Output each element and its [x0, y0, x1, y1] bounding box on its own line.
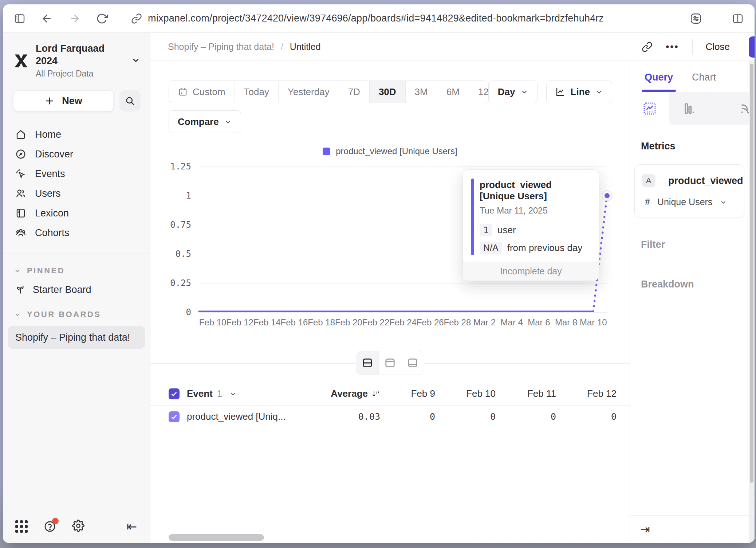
- tooltip-delta: N/A: [480, 242, 502, 254]
- close-button[interactable]: Close: [706, 41, 730, 52]
- date-column-header[interactable]: Feb 11: [508, 388, 568, 399]
- reload-icon[interactable]: [96, 13, 108, 24]
- forward-icon: [68, 12, 81, 25]
- chart-legend[interactable]: product_viewed [Unique Users]: [150, 146, 630, 156]
- tab-chart[interactable]: Chart: [692, 72, 716, 92]
- legend-swatch: [323, 148, 330, 155]
- row-value-cell: 0: [387, 411, 448, 422]
- data-point-marker[interactable]: [602, 191, 612, 200]
- x-tick-label: Feb 28: [444, 317, 471, 328]
- range-yesterday[interactable]: Yesterday: [279, 81, 339, 103]
- sidebar-item-users[interactable]: Users: [3, 184, 150, 203]
- average-column-header[interactable]: Average: [331, 388, 368, 399]
- range-30d[interactable]: 30D: [370, 81, 406, 103]
- project-switcher[interactable]: Lord Farquaad 2024 All Project Data: [13, 43, 141, 79]
- compare-dropdown[interactable]: Compare: [169, 110, 241, 133]
- mixpanel-logo-icon: [13, 53, 29, 69]
- range-today[interactable]: Today: [235, 81, 279, 103]
- select-all-checkbox[interactable]: [169, 388, 180, 399]
- range-6m[interactable]: 6M: [437, 81, 469, 103]
- chevron-down-icon[interactable]: [229, 390, 237, 398]
- sidebar-item-events[interactable]: Events: [3, 164, 150, 184]
- event-column-header[interactable]: Event: [187, 388, 213, 399]
- x-tick-label: Feb 22: [362, 317, 390, 328]
- filter-section-title[interactable]: Filter: [641, 239, 749, 250]
- chevron-down-icon: [720, 199, 727, 206]
- range-7d[interactable]: 7D: [339, 81, 370, 103]
- x-tick-label: Feb 24: [389, 317, 417, 328]
- chart-type-dropdown[interactable]: Line: [546, 81, 612, 103]
- collapse-sidebar-icon[interactable]: ⇤: [127, 519, 137, 534]
- metric-card[interactable]: A product_viewed # Unique Users: [634, 164, 744, 218]
- chevron-down-icon: [520, 88, 528, 96]
- sidebar-item-cohorts[interactable]: Cohorts: [3, 223, 150, 243]
- horizontal-scrollbar[interactable]: [169, 534, 264, 541]
- event-count: 1: [217, 388, 222, 399]
- table-row[interactable]: product_viewed [Uniq... 0.03 0000: [150, 406, 630, 428]
- date-column-header[interactable]: Feb 10: [448, 388, 508, 399]
- layout-toggle-row: [150, 351, 630, 376]
- your-boards-section-header[interactable]: YOUR BOARDS: [3, 306, 150, 323]
- sidebar-item-label: Cohorts: [35, 227, 70, 239]
- range-label: 3M: [415, 86, 428, 98]
- layout-chart-only-button[interactable]: [379, 351, 401, 375]
- apps-grid-icon[interactable]: [15, 520, 28, 533]
- search-button[interactable]: [119, 90, 141, 111]
- sidebar-item-lexicon[interactable]: Lexicon: [3, 203, 150, 223]
- bar-chart-icon: [682, 101, 696, 116]
- row-average-value: 0.03: [358, 411, 380, 422]
- tab-query[interactable]: Query: [645, 72, 673, 92]
- metric-slot-badge: A: [642, 174, 655, 187]
- sidebar-item-discover[interactable]: Discover: [3, 144, 150, 164]
- range-custom[interactable]: Custom: [169, 81, 235, 103]
- date-column-header[interactable]: Feb 9: [387, 388, 448, 399]
- insights-chart-tab[interactable]: [630, 92, 669, 125]
- flows-chart-tab[interactable]: [709, 92, 749, 125]
- breadcrumb-board[interactable]: Shopify – Piping that data!: [168, 42, 274, 52]
- split-view-icon[interactable]: [732, 13, 744, 24]
- copy-link-icon[interactable]: [642, 42, 653, 52]
- url-bar[interactable]: mixpanel.com/project/3472420/view/397469…: [148, 13, 604, 24]
- pinned-item[interactable]: Starter Board: [3, 279, 150, 300]
- query-panel: Query Chart Metrics: [630, 61, 749, 543]
- pinned-item-label: Starter Board: [33, 284, 91, 295]
- settings-gear-icon[interactable]: [72, 520, 84, 533]
- help-button[interactable]: [44, 520, 56, 533]
- x-tick-label: Feb 14: [253, 317, 281, 328]
- metric-aggregation[interactable]: # Unique Users: [642, 197, 737, 207]
- row-checkbox[interactable]: [169, 411, 180, 422]
- sidebar-item-home[interactable]: Home: [3, 125, 150, 144]
- cohorts-icon: [15, 227, 26, 238]
- vertical-scrollbar-thumb[interactable]: [750, 64, 753, 483]
- new-button[interactable]: New: [13, 90, 114, 111]
- more-options-icon[interactable]: •••: [666, 41, 679, 52]
- date-column-header[interactable]: Feb 12: [568, 388, 629, 399]
- sidebar-item-label: Discover: [35, 149, 73, 160]
- chart-type-tabs: [630, 92, 749, 125]
- range-3m[interactable]: 3M: [406, 81, 437, 103]
- range-label: Custom: [193, 86, 225, 98]
- calendar-icon: [178, 87, 188, 97]
- funnels-chart-tab[interactable]: [669, 92, 709, 125]
- tooltip-date: Tue Mar 11, 2025: [480, 206, 589, 216]
- vertical-scrollbar[interactable]: [749, 61, 755, 543]
- breadcrumb-page[interactable]: Untitled: [290, 42, 321, 52]
- y-gridline: [198, 312, 607, 313]
- sort-icon[interactable]: [371, 390, 380, 398]
- pinned-section-header[interactable]: PINNED: [3, 262, 150, 279]
- discover-icon: [15, 149, 26, 160]
- layout-table-only-button[interactable]: [401, 351, 424, 375]
- granularity-dropdown[interactable]: Day: [489, 81, 538, 103]
- layout-split-button[interactable]: [356, 351, 379, 375]
- save-button-partial[interactable]: [749, 36, 755, 58]
- board-item[interactable]: Shopify – Piping that data!: [8, 326, 145, 349]
- plot[interactable]: product_viewed [Unique Users] Tue Mar 11…: [198, 167, 607, 312]
- range-12m[interactable]: 12M: [469, 81, 489, 103]
- browser-sidebar-toggle-icon[interactable]: [14, 13, 25, 24]
- browser-settings-icon[interactable]: [690, 12, 702, 25]
- line-chart-icon: [555, 87, 566, 97]
- search-icon: [125, 96, 135, 106]
- breakdown-section-title[interactable]: Breakdown: [641, 279, 749, 290]
- collapse-panel-icon[interactable]: ⇥: [640, 522, 650, 536]
- back-icon[interactable]: [41, 12, 53, 25]
